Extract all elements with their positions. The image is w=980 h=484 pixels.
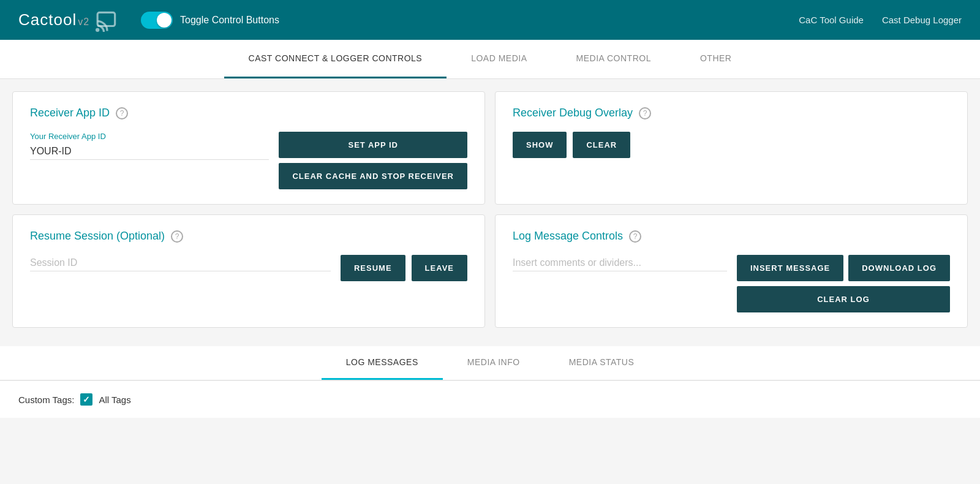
toggle-label: Toggle Control Buttons xyxy=(180,15,279,26)
cards-grid: Receiver App ID ? Your Receiver App ID S… xyxy=(12,91,968,328)
tab-other[interactable]: OTHER xyxy=(676,40,756,78)
set-app-id-button[interactable]: SET APP ID xyxy=(279,132,467,158)
log-message-card: Log Message Controls ? INSERT MESSAGE DO… xyxy=(495,214,968,328)
receiver-app-body: Your Receiver App ID SET APP ID CLEAR CA… xyxy=(30,132,467,189)
log-buttons-stack: INSERT MESSAGE DOWNLOAD LOG CLEAR LOG xyxy=(737,255,950,312)
svg-point-1 xyxy=(96,28,99,31)
receiver-app-sublabel: Your Receiver App ID xyxy=(30,132,269,141)
bottom-section: LOG MESSAGES MEDIA INFO MEDIA STATUS Cus… xyxy=(0,346,980,418)
receiver-app-id-input[interactable] xyxy=(30,143,269,160)
main-content: Receiver App ID ? Your Receiver App ID S… xyxy=(0,79,980,340)
resume-session-buttons: RESUME LEAVE xyxy=(341,255,467,281)
clear-cache-stop-receiver-button[interactable]: CLEAR CACHE AND STOP RECEIVER xyxy=(279,163,467,189)
leave-button[interactable]: LEAVE xyxy=(412,255,467,281)
tab-load-media[interactable]: LOAD MEDIA xyxy=(447,40,551,78)
receiver-debug-body: SHOW CLEAR xyxy=(513,132,950,158)
tab-cast-connect[interactable]: CAST CONNECT & LOGGER CONTROLS xyxy=(224,40,447,78)
insert-message-button[interactable]: INSERT MESSAGE xyxy=(737,255,843,281)
toggle-area: Toggle Control Buttons xyxy=(141,12,279,29)
resume-session-body: RESUME LEAVE xyxy=(30,255,467,281)
log-controls-right: INSERT MESSAGE DOWNLOAD LOG CLEAR LOG xyxy=(737,255,950,312)
app-logo: Cactoolv2 xyxy=(18,9,119,32)
session-id-input[interactable] xyxy=(30,255,331,271)
log-message-help-icon[interactable]: ? xyxy=(629,230,641,243)
receiver-app-card: Receiver App ID ? Your Receiver App ID S… xyxy=(12,91,485,205)
logo-text: Cactoolv2 xyxy=(18,10,89,29)
all-tags-checkbox[interactable] xyxy=(80,393,92,406)
clear-overlay-button[interactable]: CLEAR xyxy=(573,132,630,158)
show-overlay-button[interactable]: SHOW xyxy=(513,132,567,158)
resume-session-help-icon[interactable]: ? xyxy=(171,230,183,243)
clear-log-button[interactable]: CLEAR LOG xyxy=(737,286,950,312)
logo-version: v2 xyxy=(78,17,89,27)
resume-session-card: Resume Session (Optional) ? RESUME LEAVE xyxy=(12,214,485,328)
resume-button[interactable]: RESUME xyxy=(341,255,405,281)
svg-rect-0 xyxy=(97,12,115,26)
receiver-debug-title: Receiver Debug Overlay ? xyxy=(513,107,950,119)
nav-cast-debug-logger[interactable]: Cast Debug Logger xyxy=(882,15,962,25)
header-left: Cactoolv2 Toggle Control Buttons xyxy=(18,9,279,32)
receiver-debug-card: Receiver Debug Overlay ? SHOW CLEAR xyxy=(495,91,968,205)
receiver-debug-buttons: SHOW CLEAR xyxy=(513,132,630,158)
cast-icon xyxy=(96,9,119,32)
receiver-app-help-icon[interactable]: ? xyxy=(116,107,128,119)
tab-media-control[interactable]: MEDIA CONTROL xyxy=(552,40,676,78)
log-message-title: Log Message Controls ? xyxy=(513,230,950,243)
log-input-area xyxy=(513,255,727,271)
nav-cac-tool-guide[interactable]: CaC Tool Guide xyxy=(799,15,864,25)
receiver-debug-help-icon[interactable]: ? xyxy=(639,107,651,119)
log-message-body: INSERT MESSAGE DOWNLOAD LOG CLEAR LOG xyxy=(513,255,950,312)
app-header: Cactoolv2 Toggle Control Buttons CaC Too… xyxy=(0,0,980,40)
bottom-tabs: LOG MESSAGES MEDIA INFO MEDIA STATUS xyxy=(0,346,980,380)
custom-tags-row: Custom Tags: All Tags xyxy=(0,380,980,418)
all-tags-label: All Tags xyxy=(99,395,130,405)
resume-session-title: Resume Session (Optional) ? xyxy=(30,230,467,243)
custom-tags-label: Custom Tags: xyxy=(18,395,74,405)
header-nav: CaC Tool Guide Cast Debug Logger xyxy=(799,15,962,25)
receiver-app-buttons: SET APP ID CLEAR CACHE AND STOP RECEIVER xyxy=(279,132,467,189)
toggle-control-buttons[interactable] xyxy=(141,12,173,29)
bottom-tab-log-messages[interactable]: LOG MESSAGES xyxy=(322,346,443,380)
log-buttons-top-row: INSERT MESSAGE DOWNLOAD LOG xyxy=(737,255,950,281)
download-log-button[interactable]: DOWNLOAD LOG xyxy=(848,255,950,281)
receiver-app-title: Receiver App ID ? xyxy=(30,107,467,119)
bottom-tab-media-status[interactable]: MEDIA STATUS xyxy=(545,346,659,380)
receiver-app-input-area: Your Receiver App ID xyxy=(30,132,269,160)
log-message-input[interactable] xyxy=(513,255,727,271)
bottom-tab-media-info[interactable]: MEDIA INFO xyxy=(443,346,545,380)
session-input-area xyxy=(30,255,331,271)
top-tabs: CAST CONNECT & LOGGER CONTROLS LOAD MEDI… xyxy=(0,40,980,79)
